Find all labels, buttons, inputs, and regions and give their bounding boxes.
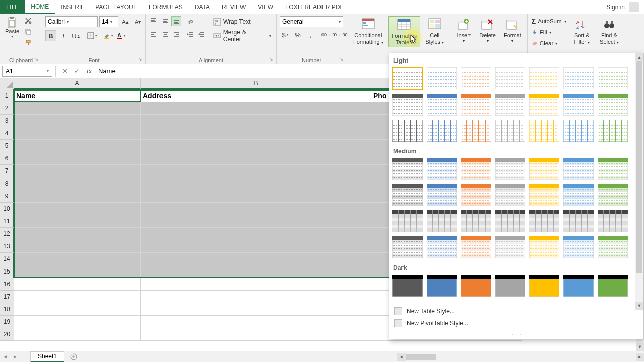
row-header[interactable]: 12 — [0, 228, 14, 240]
cell[interactable] — [14, 115, 141, 127]
fill-button[interactable]: Fill▾ — [531, 27, 567, 37]
cell[interactable] — [14, 140, 141, 152]
table-style-swatch[interactable] — [427, 210, 457, 232]
table-style-swatch[interactable] — [392, 158, 423, 180]
font-color-button[interactable]: A — [115, 30, 126, 41]
table-style-swatch[interactable] — [598, 158, 628, 180]
copy-button[interactable] — [23, 27, 33, 36]
add-sheet-button[interactable] — [68, 351, 79, 363]
table-style-swatch[interactable] — [392, 210, 423, 232]
accounting-format-button[interactable]: $ — [280, 29, 291, 40]
format-painter-button[interactable] — [23, 38, 33, 47]
table-style-swatch[interactable] — [564, 184, 594, 206]
table-style-swatch[interactable] — [564, 236, 594, 258]
table-style-swatch[interactable] — [598, 210, 628, 232]
table-style-swatch[interactable] — [564, 94, 594, 116]
dialog-launcher-icon[interactable]: ↘ — [269, 57, 275, 63]
cell[interactable] — [14, 228, 141, 240]
cell[interactable] — [141, 190, 371, 203]
table-style-swatch[interactable] — [564, 67, 594, 89]
fx-button[interactable]: fx — [83, 66, 95, 77]
cell[interactable] — [14, 152, 141, 165]
table-style-swatch[interactable] — [461, 67, 491, 89]
cell-styles-button[interactable]: Cell Styles ▾ — [422, 16, 447, 46]
row-header[interactable]: 19 — [0, 316, 14, 328]
increase-indent-button[interactable] — [196, 29, 206, 39]
conditional-formatting-button[interactable]: Conditional Formatting ▾ — [350, 16, 386, 46]
table-style-swatch[interactable] — [461, 275, 491, 297]
autosum-button[interactable]: ΣAutoSum▾ — [531, 16, 567, 26]
enter-formula-button[interactable]: ✓ — [71, 66, 83, 77]
orientation-button[interactable]: ab — [185, 16, 195, 26]
row-header[interactable]: 18 — [0, 303, 14, 316]
number-format-combo[interactable]: General▾ — [280, 16, 343, 27]
name-box[interactable]: A1▾ — [2, 66, 52, 77]
cell[interactable] — [14, 316, 141, 328]
table-style-swatch[interactable] — [427, 94, 457, 116]
table-style-swatch[interactable] — [392, 184, 423, 206]
table-style-swatch[interactable] — [427, 275, 457, 297]
table-style-swatch[interactable] — [564, 120, 594, 142]
borders-button[interactable] — [87, 30, 98, 41]
sheet-tab-1[interactable]: Sheet1 — [30, 351, 64, 363]
cell[interactable] — [14, 291, 141, 303]
cell[interactable] — [14, 165, 141, 177]
table-style-swatch[interactable] — [495, 210, 525, 232]
align-right-button[interactable] — [171, 29, 181, 39]
cell[interactable] — [141, 228, 371, 240]
sort-filter-button[interactable]: AZ Sort & Filter ▾ — [571, 16, 593, 46]
cell[interactable] — [141, 328, 371, 341]
cancel-formula-button[interactable]: ✕ — [59, 66, 71, 77]
row-header[interactable]: 10 — [0, 203, 14, 215]
tab-view[interactable]: VIEW — [252, 0, 279, 14]
align-bottom-button[interactable] — [171, 16, 181, 26]
cell[interactable] — [141, 115, 371, 127]
cell[interactable] — [141, 165, 371, 177]
cell[interactable] — [141, 127, 371, 140]
cell[interactable]: Address — [141, 89, 371, 102]
table-style-swatch[interactable] — [495, 67, 525, 89]
sheet-nav-prev[interactable]: ◄ — [0, 352, 10, 362]
table-style-swatch[interactable] — [564, 275, 594, 297]
avatar[interactable] — [629, 2, 639, 12]
align-top-button[interactable] — [149, 16, 159, 26]
table-style-swatch[interactable] — [427, 158, 457, 180]
row-header[interactable]: 2 — [0, 102, 14, 115]
new-pivot-style-button[interactable]: New PivotTable Style... — [389, 317, 643, 329]
format-as-table-button[interactable]: Format as Table ▾ — [388, 16, 421, 47]
cell[interactable] — [14, 177, 141, 190]
table-style-swatch[interactable] — [529, 275, 559, 297]
cell[interactable] — [14, 127, 141, 140]
row-header[interactable]: 7 — [0, 165, 14, 177]
font-name-combo[interactable]: Calibri▾ — [45, 16, 98, 27]
horizontal-scrollbar[interactable]: ◄ ► — [397, 353, 644, 361]
tab-formulas[interactable]: FORMULAS — [143, 0, 189, 14]
format-cells-button[interactable]: Format▾ — [501, 16, 524, 45]
cell[interactable] — [14, 203, 141, 215]
dialog-launcher-icon[interactable]: ↘ — [35, 57, 41, 63]
cell[interactable] — [141, 102, 371, 115]
table-style-swatch[interactable] — [427, 120, 457, 142]
dialog-launcher-icon[interactable]: ↘ — [340, 57, 346, 63]
table-style-swatch[interactable] — [461, 236, 491, 258]
insert-cells-button[interactable]: Insert▾ — [453, 16, 474, 45]
underline-button[interactable]: U — [70, 30, 82, 41]
table-style-swatch[interactable] — [461, 94, 491, 116]
cell[interactable] — [14, 190, 141, 203]
cell[interactable] — [14, 303, 141, 316]
clear-button[interactable]: Clear▾ — [531, 38, 567, 48]
align-center-button[interactable] — [160, 29, 170, 39]
align-middle-button[interactable] — [160, 16, 170, 26]
cell[interactable] — [14, 278, 141, 291]
italic-button[interactable]: I — [58, 30, 69, 41]
tab-home[interactable]: HOME — [25, 0, 55, 14]
font-size-combo[interactable]: 14▾ — [99, 16, 118, 27]
table-style-swatch[interactable] — [529, 67, 559, 89]
table-style-swatch[interactable] — [529, 94, 559, 116]
table-style-swatch[interactable] — [461, 158, 491, 180]
row-header[interactable]: 6 — [0, 152, 14, 165]
cell[interactable] — [14, 265, 141, 278]
tab-file[interactable]: FILE — [0, 0, 25, 14]
table-style-swatch[interactable] — [427, 236, 457, 258]
row-header[interactable]: 11 — [0, 215, 14, 228]
